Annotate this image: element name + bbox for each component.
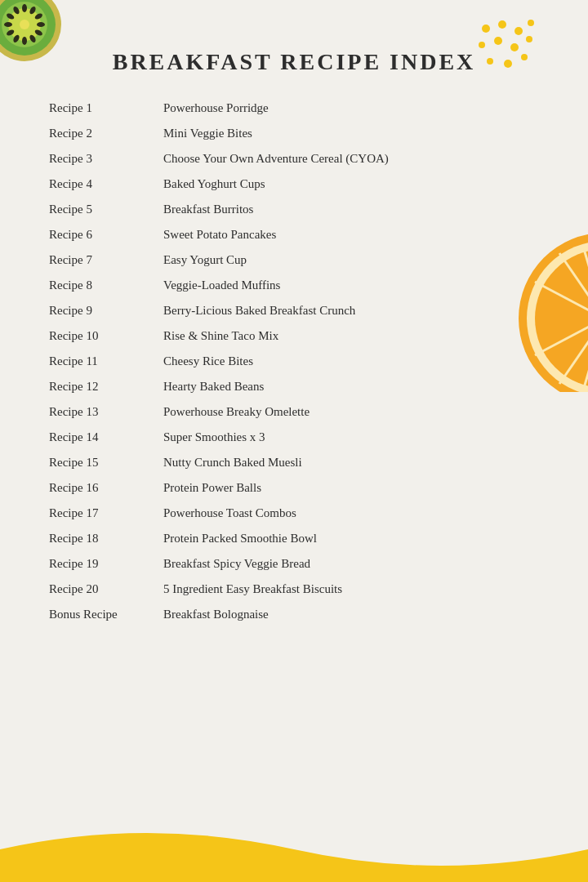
recipe-name: Cheesy Rice Bites	[163, 354, 253, 368]
page-container: BREAKFAST RECIPE INDEX Recipe 1Powerhous…	[0, 0, 588, 882]
recipe-number: Recipe 2	[49, 127, 163, 140]
recipe-name: Powerhouse Toast Combos	[163, 506, 296, 520]
recipe-number: Recipe 14	[49, 430, 163, 444]
recipe-row: Recipe 2Mini Veggie Bites	[49, 121, 539, 146]
recipe-list: Recipe 1Powerhouse PorridgeRecipe 2Mini …	[0, 96, 588, 627]
recipe-row: Recipe 205 Ingredient Easy Breakfast Bis…	[49, 577, 539, 602]
recipe-row: Recipe 12 Hearty Baked Beans	[49, 374, 539, 399]
svg-point-24	[526, 36, 532, 42]
recipe-row: Recipe 13Powerhouse Breaky Omelette	[49, 399, 539, 425]
recipe-name: Rise & Shine Taco Mix	[163, 329, 278, 343]
recipe-number: Recipe 15	[49, 456, 163, 470]
svg-point-18	[498, 20, 506, 29]
recipe-name: Breakfast Spicy Veggie Bread	[163, 557, 310, 571]
recipe-row: Recipe 4Baked Yoghurt Cups	[49, 172, 539, 197]
recipe-name: Baked Yoghurt Cups	[163, 177, 265, 191]
recipe-row: Recipe 6Sweet Potato Pancakes	[49, 222, 539, 247]
svg-point-27	[521, 54, 528, 60]
recipe-row: Bonus Recipe Breakfast Bolognaise	[49, 602, 539, 627]
svg-point-23	[510, 43, 519, 51]
recipe-row: Recipe 9Berry-Licious Baked Breakfast Cr…	[49, 298, 539, 323]
recipe-number: Recipe 1	[49, 101, 163, 115]
recipe-row: Recipe 11 Cheesy Rice Bites	[49, 349, 539, 374]
recipe-row: Recipe 15Nutty Crunch Baked Muesli	[49, 450, 539, 475]
recipe-name: Easy Yogurt Cup	[163, 253, 247, 267]
recipe-number: Recipe 17	[49, 506, 163, 520]
recipe-number: Recipe 12	[49, 380, 163, 394]
recipe-name: Nutty Crunch Baked Muesli	[163, 456, 302, 470]
recipe-row: Recipe 19 Breakfast Spicy Veggie Bread	[49, 551, 539, 577]
recipe-name: Protein Power Balls	[163, 481, 261, 495]
recipe-row: Recipe 14 Super Smoothies x 3	[49, 425, 539, 450]
recipe-name: Berry-Licious Baked Breakfast Crunch	[163, 304, 355, 318]
recipe-number: Recipe 4	[49, 177, 163, 191]
recipe-row: Recipe 17 Powerhouse Toast Combos	[49, 501, 539, 526]
svg-point-13	[4, 22, 12, 27]
recipe-name: Powerhouse Breaky Omelette	[163, 405, 310, 419]
recipe-name: Mini Veggie Bites	[163, 127, 252, 140]
recipe-row: Recipe 3Choose Your Own Adventure Cereal…	[49, 146, 539, 172]
kiwi-decoration	[0, 0, 74, 65]
svg-point-20	[528, 20, 534, 26]
recipe-name: Powerhouse Porridge	[163, 101, 269, 115]
svg-point-17	[482, 24, 490, 33]
recipe-number: Recipe 8	[49, 278, 163, 292]
recipe-row: Recipe 1Powerhouse Porridge	[49, 96, 539, 121]
recipe-name: Hearty Baked Beans	[163, 380, 264, 394]
recipe-row: Recipe 10Rise & Shine Taco Mix	[49, 323, 539, 349]
recipe-number: Recipe 7	[49, 253, 163, 267]
recipe-number: Recipe 9	[49, 304, 163, 318]
recipe-name: Veggie-Loaded Muffins	[163, 278, 280, 292]
recipe-number: Recipe 10	[49, 329, 163, 343]
recipe-number: Recipe 19	[49, 557, 163, 571]
recipe-name: Breakfast Bolognaise	[163, 608, 269, 621]
svg-point-22	[494, 37, 502, 45]
bottom-wave-decoration	[0, 817, 588, 882]
recipe-name: Choose Your Own Adventure Cereal (CYOA)	[163, 152, 389, 166]
recipe-number: Bonus Recipe	[49, 608, 163, 621]
recipe-number: Recipe 20	[49, 582, 163, 596]
recipe-number: Recipe 18	[49, 532, 163, 546]
recipe-number: Recipe 3	[49, 152, 163, 166]
dots-decoration	[474, 16, 539, 82]
recipe-number: Recipe 6	[49, 228, 163, 242]
recipe-name: Protein Packed Smoothie Bowl	[163, 532, 317, 546]
recipe-number: Recipe 5	[49, 203, 163, 216]
recipe-row: Recipe 18Protein Packed Smoothie Bowl	[49, 526, 539, 551]
recipe-number: Recipe 11	[49, 354, 163, 368]
svg-point-7	[37, 22, 45, 27]
recipe-row: Recipe 8Veggie-Loaded Muffins	[49, 273, 539, 298]
svg-point-26	[504, 60, 512, 68]
recipe-number: Recipe 13	[49, 405, 163, 419]
recipe-name: Super Smoothies x 3	[163, 430, 265, 444]
svg-point-16	[20, 20, 29, 29]
svg-point-19	[514, 27, 523, 35]
orange-decoration	[506, 229, 588, 368]
recipe-number: Recipe 16	[49, 481, 163, 495]
recipe-name: Breakfast Burritos	[163, 203, 253, 216]
svg-point-21	[479, 42, 485, 48]
recipe-row: Recipe 7Easy Yogurt Cup	[49, 247, 539, 273]
recipe-name: Sweet Potato Pancakes	[163, 228, 276, 242]
recipe-row: Recipe 16 Protein Power Balls	[49, 475, 539, 501]
svg-point-25	[487, 58, 493, 65]
svg-point-4	[22, 4, 27, 12]
recipe-row: Recipe 5Breakfast Burritos	[49, 197, 539, 222]
recipe-name: 5 Ingredient Easy Breakfast Biscuits	[163, 582, 342, 596]
svg-point-10	[22, 37, 27, 45]
